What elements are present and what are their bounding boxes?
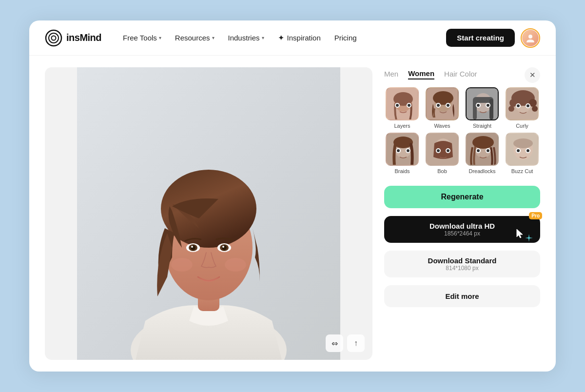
svg-point-71 — [477, 149, 480, 152]
svg-point-12 — [191, 245, 195, 250]
brand-name: insMind — [66, 32, 101, 43]
hairstyle-braids-label: Braids — [394, 168, 410, 174]
svg-point-19 — [225, 258, 246, 272]
nav-pricing[interactable]: Pricing — [329, 30, 363, 46]
hairstyle-buzz-cut-label: Buzz Cut — [511, 168, 533, 174]
svg-point-64 — [437, 149, 440, 152]
image-panel: ⇔ ↑ — [45, 67, 372, 360]
hairstyle-bob[interactable]: Bob — [424, 133, 460, 174]
chevron-down-icon: ▾ — [262, 35, 264, 40]
svg-point-66 — [447, 149, 449, 152]
hairstyle-braids[interactable]: Braids — [384, 133, 420, 174]
svg-point-73 — [487, 149, 489, 152]
tabs-row: Men Women Hair Color — [384, 67, 540, 79]
hairstyle-buzz-cut[interactable]: Buzz Cut — [504, 133, 540, 174]
chevron-down-icon: ▾ — [159, 35, 161, 40]
svg-point-29 — [433, 91, 453, 105]
download-std-resolution: 814*1080 px — [392, 265, 532, 272]
logo[interactable]: insMind — [45, 29, 101, 47]
svg-point-51 — [517, 104, 520, 107]
nav-inspiration[interactable]: ✦ Inspiration — [272, 29, 327, 46]
logo-icon — [45, 29, 62, 47]
pro-badge: Pro — [529, 212, 542, 219]
hairstyle-straight-label: Straight — [473, 123, 491, 129]
svg-point-0 — [46, 30, 61, 46]
svg-point-24 — [396, 104, 399, 107]
close-button[interactable]: ✕ — [525, 67, 540, 83]
hairstyle-layers-label: Layers — [394, 123, 410, 129]
svg-point-40 — [477, 104, 480, 107]
svg-point-78 — [517, 149, 520, 152]
chevron-down-icon: ▾ — [212, 35, 214, 40]
svg-point-53 — [526, 104, 529, 107]
svg-point-2 — [52, 36, 56, 40]
svg-point-31 — [437, 104, 440, 107]
right-panel: ✕ Men Women Hair Color — [384, 67, 540, 360]
download-standard-button[interactable]: Download Standard 814*1080 px — [384, 251, 540, 277]
svg-point-48 — [508, 106, 514, 112]
hairstyle-waves[interactable]: Waves — [424, 87, 460, 129]
start-creating-button[interactable]: Start creating — [446, 29, 515, 47]
avatar[interactable] — [521, 28, 540, 48]
svg-point-42 — [487, 104, 489, 107]
star-icon: ✦ — [278, 33, 284, 42]
hairstyle-layers[interactable]: Layers — [384, 87, 420, 129]
main-portrait — [45, 67, 372, 360]
svg-point-18 — [171, 258, 193, 272]
svg-point-49 — [532, 106, 538, 112]
compare-button[interactable]: ⇔ — [326, 334, 343, 352]
hairstyle-dreadlocks-label: Dreadlocks — [468, 168, 495, 174]
svg-rect-37 — [473, 99, 477, 119]
upload-button[interactable]: ↑ — [347, 334, 365, 352]
hair-style-grid: Layers — [384, 87, 540, 174]
nav-free-tools[interactable]: Free Tools ▾ — [117, 30, 167, 46]
edit-more-button[interactable]: Edit more — [384, 285, 540, 307]
svg-point-80 — [526, 149, 529, 152]
svg-point-3 — [528, 35, 532, 39]
svg-point-13 — [191, 246, 193, 248]
svg-point-60 — [407, 149, 410, 152]
svg-point-1 — [49, 33, 58, 43]
hairstyle-curly[interactable]: Curly — [504, 87, 540, 129]
nav-industries[interactable]: Industries ▾ — [222, 30, 270, 46]
hairstyle-dreadlocks[interactable]: Dreadlocks — [464, 133, 500, 174]
main-card: insMind Free Tools ▾ Resources ▾ Industr… — [29, 20, 556, 372]
nav-links: Free Tools ▾ Resources ▾ Industries ▾ ✦ … — [117, 29, 446, 46]
download-hd-button[interactable]: Download ultra HD 1856*2464 px Pro — [384, 216, 540, 243]
svg-point-16 — [222, 245, 227, 250]
tab-hair-color[interactable]: Hair Color — [444, 70, 477, 79]
image-toolbar: ⇔ ↑ — [326, 334, 365, 352]
svg-point-76 — [513, 138, 533, 148]
nav-resources[interactable]: Resources ▾ — [169, 30, 220, 46]
cursor-icon — [515, 228, 526, 239]
hairstyle-waves-label: Waves — [434, 123, 450, 129]
download-hd-resolution: 1856*2464 px — [392, 230, 532, 237]
download-hd-title: Download ultra HD — [392, 222, 532, 230]
compare-icon: ⇔ — [332, 339, 338, 348]
hairstyle-curly-label: Curly — [516, 123, 528, 129]
svg-rect-38 — [489, 99, 493, 119]
tab-men[interactable]: Men — [384, 70, 398, 79]
regenerate-button[interactable]: Regenerate — [384, 186, 540, 208]
user-icon — [525, 33, 536, 43]
navbar: insMind Free Tools ▾ Resources ▾ Industr… — [29, 20, 556, 56]
content-area: ⇔ ↑ ✕ Men Women Hair Color — [29, 56, 556, 372]
sparkle-icon — [525, 234, 533, 243]
tab-women[interactable]: Women — [408, 69, 434, 79]
hairstyle-bob-label: Bob — [437, 168, 447, 174]
svg-point-26 — [408, 104, 410, 107]
download-std-title: Download Standard — [392, 256, 532, 265]
svg-point-33 — [447, 104, 449, 107]
upload-icon: ↑ — [354, 339, 358, 348]
nav-actions: Start creating — [446, 28, 540, 48]
svg-point-58 — [397, 149, 400, 152]
hairstyle-straight[interactable]: Straight — [464, 87, 500, 129]
svg-point-17 — [222, 246, 224, 248]
